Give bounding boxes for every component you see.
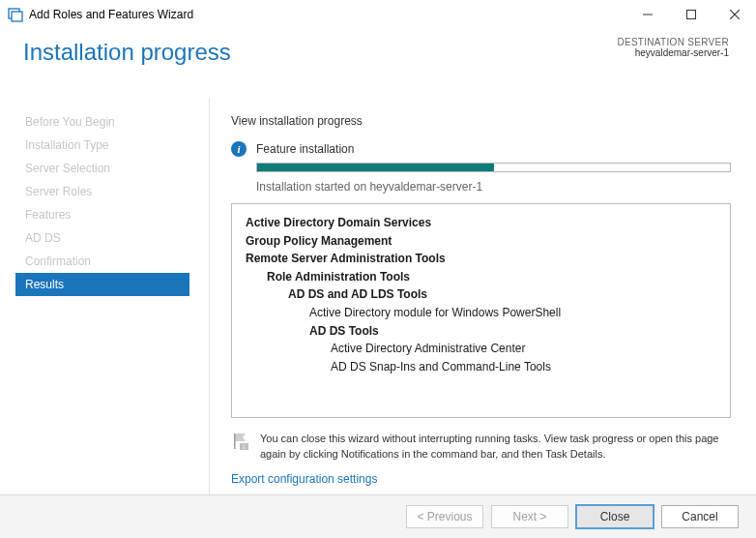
page-header: Installation progress DESTINATION SERVER… <box>0 29 756 99</box>
nav-item-results[interactable]: Results <box>15 273 189 296</box>
status-line: Installation started on heyvaldemar-serv… <box>256 180 731 194</box>
destination-label: DESTINATION SERVER <box>617 37 729 47</box>
title-bar: Add Roles and Features Wizard <box>0 0 756 29</box>
nav-item-ad-ds: AD DS <box>15 226 209 250</box>
progress-bar-fill <box>257 164 494 171</box>
nav-item-server-roles: Server Roles <box>15 180 209 203</box>
tip-block: 1 You can close this wizard without inte… <box>231 432 731 463</box>
svg-rect-7 <box>234 433 236 449</box>
feature-row: i Feature installation <box>231 141 731 157</box>
nav-item-server-selection: Server Selection <box>15 157 209 180</box>
minimize-button[interactable] <box>625 0 669 29</box>
detail-item: Group Policy Management <box>246 232 716 251</box>
maximize-icon <box>686 10 696 19</box>
detail-item: Active Directory Administrative Center <box>246 340 716 358</box>
destination-server: heyvaldemar-server-1 <box>617 47 729 58</box>
window-controls <box>625 0 756 29</box>
info-icon: i <box>231 141 247 157</box>
nav-item-installation-type: Installation Type <box>15 134 209 157</box>
detail-item: AD DS Snap-Ins and Command-Line Tools <box>246 358 716 376</box>
export-link[interactable]: Export configuration settings <box>231 472 377 486</box>
export-block: Export configuration settings <box>231 472 731 486</box>
svg-rect-1 <box>12 12 22 21</box>
detail-item: Role Administration Tools <box>246 268 716 286</box>
maximize-button[interactable] <box>669 0 712 29</box>
wizard-nav: Before You BeginInstallation TypeServer … <box>0 99 210 497</box>
progress-bar-track <box>256 163 731 172</box>
close-icon <box>730 10 740 19</box>
detail-item: Remote Server Administration Tools <box>246 250 716 268</box>
previous-button: < Previous <box>406 505 483 528</box>
tip-text: You can close this wizard without interr… <box>260 432 731 463</box>
close-window-button[interactable] <box>712 0 756 29</box>
svg-rect-3 <box>686 11 695 19</box>
detail-item: Active Directory Domain Services <box>246 214 716 232</box>
window-title: Add Roles and Features Wizard <box>29 8 193 21</box>
next-button: Next > <box>491 505 568 528</box>
nav-item-confirmation: Confirmation <box>15 250 209 273</box>
detail-item: Active Directory module for Windows Powe… <box>246 304 716 322</box>
svg-marker-6 <box>234 433 246 441</box>
section-title: View installation progress <box>231 114 731 128</box>
close-button[interactable]: Close <box>576 505 654 528</box>
nav-item-features: Features <box>15 203 209 226</box>
cancel-button[interactable]: Cancel <box>661 505 739 528</box>
wizard-content: View installation progress i Feature ins… <box>210 99 756 497</box>
app-icon <box>8 7 23 22</box>
destination-block: DESTINATION SERVER heyvaldemar-server-1 <box>617 37 729 58</box>
detail-item: AD DS and AD LDS Tools <box>246 285 716 304</box>
nav-item-before-you-begin: Before You Begin <box>15 110 209 134</box>
feature-label: Feature installation <box>256 142 354 156</box>
wizard-footer: < Previous Next > Close Cancel <box>0 494 756 538</box>
flag-icon: 1 <box>231 432 250 451</box>
svg-text:1: 1 <box>243 444 246 450</box>
detail-item: AD DS Tools <box>246 322 716 341</box>
installation-details: Active Directory Domain ServicesGroup Po… <box>231 203 731 418</box>
minimize-icon <box>643 10 653 19</box>
